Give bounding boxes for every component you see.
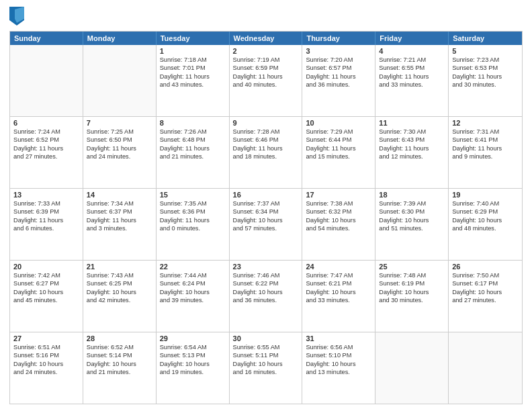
day-cell-8: 8Sunrise: 7:26 AMSunset: 6:48 PMDaylight… — [157, 117, 230, 188]
cell-line-1: Sunset: 6:22 PM — [233, 279, 299, 287]
cell-line-1: Sunset: 6:32 PM — [306, 208, 371, 216]
cell-line-3: and 33 minutes. — [379, 81, 445, 89]
cell-line-2: Daylight: 10 hours — [233, 360, 299, 368]
cell-line-0: Sunrise: 7:28 AM — [233, 128, 299, 136]
day-cell-15: 15Sunrise: 7:35 AMSunset: 6:36 PMDayligh… — [157, 189, 230, 260]
day-number: 24 — [306, 263, 371, 271]
cell-line-2: Daylight: 10 hours — [379, 216, 445, 224]
cell-line-3: and 51 minutes. — [379, 224, 445, 232]
empty-cell — [83, 45, 157, 116]
cell-line-0: Sunrise: 7:35 AM — [160, 199, 226, 208]
day-number: 4 — [379, 47, 445, 55]
cell-line-0: Sunrise: 6:55 AM — [233, 343, 299, 351]
cell-line-3: and 24 minutes. — [87, 152, 152, 161]
cell-line-2: Daylight: 10 hours — [452, 216, 519, 224]
cell-line-1: Sunset: 6:44 PM — [306, 136, 371, 144]
cell-line-0: Sunrise: 7:26 AM — [160, 128, 226, 136]
cell-line-3: and 3 minutes. — [87, 224, 152, 232]
cell-line-3: and 36 minutes. — [306, 81, 371, 89]
cell-line-0: Sunrise: 7:34 AM — [87, 199, 152, 208]
cell-line-2: Daylight: 10 hours — [452, 288, 519, 296]
calendar: SundayMondayTuesdayWednesdayThursdayFrid… — [9, 31, 523, 404]
cell-line-2: Daylight: 10 hours — [306, 216, 371, 224]
cell-line-0: Sunrise: 7:43 AM — [87, 271, 152, 279]
cell-line-1: Sunset: 6:41 PM — [452, 136, 519, 144]
cell-line-2: Daylight: 11 hours — [160, 216, 226, 224]
cell-line-3: and 16 minutes. — [233, 368, 299, 376]
cell-line-2: Daylight: 11 hours — [306, 73, 371, 81]
day-cell-14: 14Sunrise: 7:34 AMSunset: 6:37 PMDayligh… — [83, 189, 157, 260]
cell-line-1: Sunset: 6:55 PM — [379, 64, 445, 72]
cell-line-0: Sunrise: 7:33 AM — [13, 199, 79, 208]
cell-line-0: Sunrise: 7:21 AM — [379, 56, 445, 64]
day-cell-1: 1Sunrise: 7:18 AMSunset: 7:01 PMDaylight… — [157, 45, 230, 116]
cell-line-2: Daylight: 11 hours — [160, 144, 226, 152]
cell-line-3: and 54 minutes. — [306, 224, 371, 232]
cell-line-0: Sunrise: 7:19 AM — [233, 56, 299, 64]
calendar-row-3: 20Sunrise: 7:42 AMSunset: 6:27 PMDayligh… — [10, 260, 522, 332]
day-number: 17 — [306, 191, 371, 199]
cell-line-0: Sunrise: 6:54 AM — [160, 343, 226, 351]
cell-line-2: Daylight: 10 hours — [233, 288, 299, 296]
cell-line-0: Sunrise: 7:40 AM — [452, 199, 519, 208]
day-cell-13: 13Sunrise: 7:33 AMSunset: 6:39 PMDayligh… — [10, 189, 83, 260]
cell-line-0: Sunrise: 6:56 AM — [306, 343, 371, 351]
cell-line-1: Sunset: 6:29 PM — [452, 208, 519, 216]
day-cell-30: 30Sunrise: 6:55 AMSunset: 5:11 PMDayligh… — [230, 332, 303, 404]
cell-line-3: and 43 minutes. — [160, 81, 226, 89]
cell-line-1: Sunset: 6:57 PM — [306, 64, 371, 72]
day-number: 28 — [87, 334, 152, 342]
cell-line-2: Daylight: 10 hours — [306, 288, 371, 296]
day-cell-6: 6Sunrise: 7:24 AMSunset: 6:52 PMDaylight… — [10, 117, 83, 188]
day-number: 31 — [306, 334, 371, 342]
day-number: 21 — [87, 263, 152, 271]
cell-line-2: Daylight: 11 hours — [306, 144, 371, 152]
cell-line-0: Sunrise: 7:38 AM — [306, 199, 371, 208]
empty-cell — [449, 332, 522, 404]
calendar-row-1: 6Sunrise: 7:24 AMSunset: 6:52 PMDaylight… — [10, 116, 522, 188]
cell-line-1: Sunset: 6:27 PM — [13, 279, 79, 287]
cell-line-0: Sunrise: 6:51 AM — [13, 343, 79, 351]
cell-line-2: Daylight: 11 hours — [379, 144, 445, 152]
day-number: 2 — [233, 47, 299, 55]
cell-line-0: Sunrise: 6:52 AM — [87, 343, 152, 351]
day-cell-18: 18Sunrise: 7:39 AMSunset: 6:30 PMDayligh… — [375, 189, 449, 260]
day-header-sunday: Sunday — [10, 32, 83, 45]
cell-line-1: Sunset: 6:17 PM — [452, 279, 519, 287]
cell-line-1: Sunset: 6:59 PM — [233, 64, 299, 72]
day-cell-3: 3Sunrise: 7:20 AMSunset: 6:57 PMDaylight… — [302, 45, 375, 116]
day-cell-10: 10Sunrise: 7:29 AMSunset: 6:44 PMDayligh… — [302, 117, 375, 188]
day-cell-20: 20Sunrise: 7:42 AMSunset: 6:27 PMDayligh… — [10, 261, 83, 332]
cell-line-2: Daylight: 11 hours — [87, 216, 152, 224]
cell-line-1: Sunset: 6:46 PM — [233, 136, 299, 144]
cell-line-2: Daylight: 11 hours — [233, 73, 299, 81]
cell-line-2: Daylight: 10 hours — [306, 360, 371, 368]
day-number: 1 — [160, 47, 226, 55]
day-cell-25: 25Sunrise: 7:48 AMSunset: 6:19 PMDayligh… — [375, 261, 449, 332]
cell-line-1: Sunset: 6:36 PM — [160, 208, 226, 216]
cell-line-3: and 39 minutes. — [160, 296, 226, 304]
cell-line-0: Sunrise: 7:50 AM — [452, 271, 519, 279]
cell-line-1: Sunset: 6:39 PM — [13, 208, 79, 216]
day-cell-27: 27Sunrise: 6:51 AMSunset: 5:16 PMDayligh… — [10, 332, 83, 404]
cell-line-2: Daylight: 10 hours — [87, 288, 152, 296]
cell-line-0: Sunrise: 7:20 AM — [306, 56, 371, 64]
day-number: 15 — [160, 191, 226, 199]
day-cell-19: 19Sunrise: 7:40 AMSunset: 6:29 PMDayligh… — [449, 189, 522, 260]
day-cell-28: 28Sunrise: 6:52 AMSunset: 5:14 PMDayligh… — [83, 332, 157, 404]
day-cell-12: 12Sunrise: 7:31 AMSunset: 6:41 PMDayligh… — [449, 117, 522, 188]
cell-line-1: Sunset: 6:37 PM — [87, 208, 152, 216]
cell-line-0: Sunrise: 7:46 AM — [233, 271, 299, 279]
cell-line-2: Daylight: 11 hours — [160, 73, 226, 81]
calendar-row-0: 1Sunrise: 7:18 AMSunset: 7:01 PMDaylight… — [10, 45, 522, 116]
cell-line-1: Sunset: 5:11 PM — [233, 351, 299, 359]
day-cell-31: 31Sunrise: 6:56 AMSunset: 5:10 PMDayligh… — [302, 332, 375, 404]
cell-line-2: Daylight: 10 hours — [160, 360, 226, 368]
cell-line-2: Daylight: 10 hours — [13, 288, 79, 296]
cell-line-2: Daylight: 10 hours — [233, 216, 299, 224]
cell-line-0: Sunrise: 7:25 AM — [87, 128, 152, 136]
cell-line-2: Daylight: 11 hours — [379, 73, 445, 81]
cell-line-1: Sunset: 6:19 PM — [379, 279, 445, 287]
cell-line-3: and 36 minutes. — [233, 296, 299, 304]
cell-line-1: Sunset: 6:43 PM — [379, 136, 445, 144]
